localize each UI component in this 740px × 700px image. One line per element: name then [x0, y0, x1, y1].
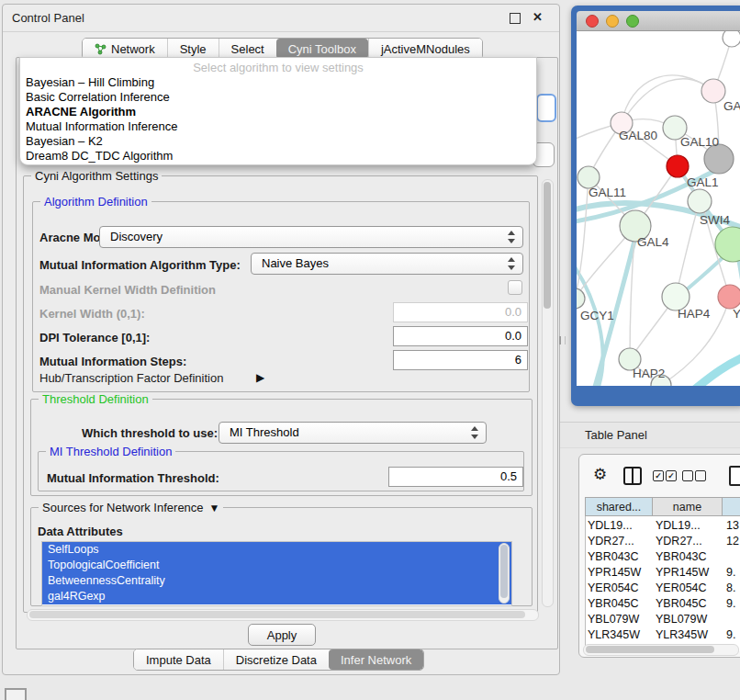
table-cell[interactable]: YBR043C: [656, 550, 707, 563]
mi-steps-field[interactable]: 6: [393, 350, 528, 370]
select-all-check-icon[interactable]: ✓: [653, 470, 664, 481]
list-item[interactable]: BetweennessCentrality: [42, 573, 511, 589]
dropdown-item-selected[interactable]: ARACNE Algorithm: [20, 105, 536, 119]
panel-splitter[interactable]: [559, 336, 566, 344]
scrollbar-thumb[interactable]: [586, 646, 714, 653]
settings-hscrollbar[interactable]: [27, 609, 539, 621]
stepper-icon: [471, 426, 479, 439]
control-panel-titlebar: Control Panel ✕: [3, 5, 559, 32]
node-label: GAL11: [589, 186, 626, 199]
node-salmon[interactable]: [718, 285, 740, 309]
table-cell[interactable]: YBR045C: [588, 597, 639, 610]
close-icon[interactable]: ✕: [533, 10, 543, 24]
float-window-icon[interactable]: [510, 13, 521, 24]
node-label: GAL1: [687, 175, 719, 189]
expanded-arrow-icon[interactable]: ▼: [209, 502, 220, 514]
kernel-width-field[interactable]: 0.0: [393, 302, 528, 322]
deselect-all-icon[interactable]: [682, 470, 693, 481]
node-gal1[interactable]: [688, 189, 712, 213]
node-gcy1[interactable]: [577, 288, 585, 309]
scrollbar-thumb[interactable]: [500, 545, 508, 598]
table-cell[interactable]: YBR045C: [656, 597, 707, 610]
table-cell[interactable]: YPR145W: [588, 566, 641, 579]
mi-threshold-field[interactable]: 0.5: [388, 467, 523, 487]
table-cell[interactable]: 13: [726, 519, 739, 532]
columns-icon[interactable]: [623, 467, 642, 485]
tab-impute-data[interactable]: Impute Data: [134, 649, 223, 670]
tab-discretize-data[interactable]: Discretize Data: [223, 649, 329, 670]
apply-label: Apply: [267, 628, 297, 642]
which-threshold-label: Which threshold to use:: [82, 426, 218, 440]
tab-jactivemnodules[interactable]: jActiveMNodules: [368, 39, 482, 59]
table-cell[interactable]: YLR345W: [656, 628, 708, 641]
network-graph: [577, 31, 740, 386]
aracne-mode-combo[interactable]: Discovery: [99, 226, 523, 248]
table-cell[interactable]: 12: [726, 535, 739, 548]
table-cell[interactable]: 8.: [726, 581, 735, 594]
node[interactable]: [723, 31, 740, 47]
table-cell[interactable]: YBR043C: [588, 550, 639, 563]
node-swi4[interactable]: [715, 227, 740, 262]
network-window-titlebar: [577, 11, 740, 31]
dropdown-item[interactable]: Dream8 DC_TDC Algorithm: [20, 149, 536, 164]
settings-scrollbar[interactable]: [542, 179, 554, 607]
table-cell[interactable]: YLR345W: [588, 628, 640, 641]
list-item[interactable]: SelfLoops: [42, 542, 511, 558]
manual-kernel-checkbox[interactable]: [508, 280, 522, 295]
node[interactable]: [701, 79, 725, 103]
select-all-check-icon[interactable]: ✓: [666, 470, 677, 481]
table-cell[interactable]: 9.: [726, 597, 735, 610]
close-traffic-light-icon[interactable]: [586, 15, 599, 28]
node-selected-red[interactable]: [667, 155, 689, 177]
mi-algorithm-type-label: Mutual Information Algorithm Type:: [39, 258, 241, 272]
deselect-all-icon[interactable]: [695, 470, 706, 481]
tab-infer-network[interactable]: Infer Network: [329, 649, 423, 670]
hub-definition-label[interactable]: Hub/Transcription Factor Definition: [39, 371, 223, 385]
table-cell[interactable]: YBL079W: [588, 613, 639, 626]
file-icon[interactable]: [729, 466, 740, 486]
list-item[interactable]: TopologicalCoefficient: [42, 558, 511, 573]
dropdown-item[interactable]: Bayesian – Hill Climbing: [20, 75, 536, 90]
node-label: GAL4: [637, 235, 669, 249]
table-cell[interactable]: YDL19...: [656, 519, 701, 532]
dpi-tolerance-field[interactable]: 0.0: [393, 326, 528, 346]
mi-algorithm-type-combo[interactable]: Naive Bayes: [251, 253, 523, 275]
which-threshold-combo[interactable]: MI Threshold: [219, 422, 487, 444]
gear-icon[interactable]: ⚙: [593, 467, 607, 482]
table-cell[interactable]: YER054C: [656, 581, 707, 594]
stepper-icon: [508, 257, 516, 270]
tab-network[interactable]: Network: [83, 39, 167, 59]
network-canvas[interactable]: GAL80 GAL10 GAL1 GAL11 GAL4 SWI4 GCY1 HA…: [577, 31, 740, 386]
group-title-row: Sources for Network Inference ▼: [39, 501, 223, 514]
dropdown-item[interactable]: Bayesian – K2: [20, 134, 536, 149]
table-cell[interactable]: YBL079W: [656, 613, 707, 626]
table-hscrollbar[interactable]: [583, 644, 739, 656]
minimized-panel-icon[interactable]: [5, 688, 27, 700]
minimize-traffic-light-icon[interactable]: [606, 15, 619, 28]
tab-select[interactable]: Select: [219, 39, 276, 59]
table-cell[interactable]: 9.: [726, 628, 735, 641]
scrollbar-thumb[interactable]: [29, 611, 525, 618]
table-cell[interactable]: YER054C: [588, 581, 639, 594]
table-panel: ⚙ ✓ ✓ shared... name YDL19... YDL19... 1…: [578, 454, 740, 658]
list-scrollbar[interactable]: [499, 543, 510, 604]
table-cell[interactable]: YDR27...: [656, 535, 702, 548]
table-cell[interactable]: YPR145W: [656, 566, 709, 579]
tab-cyni-toolbox[interactable]: Cyni Toolbox: [276, 39, 368, 59]
node-label: HAP2: [633, 367, 665, 380]
table-cell[interactable]: YDR27...: [588, 535, 634, 548]
scrollbar-thumb[interactable]: [544, 182, 551, 309]
column-header-name[interactable]: name: [653, 497, 723, 516]
column-header-cut[interactable]: [723, 497, 740, 516]
table-cell[interactable]: YDL19...: [588, 519, 633, 532]
zoom-traffic-light-icon[interactable]: [626, 15, 639, 28]
column-header-shared-name[interactable]: shared...: [585, 497, 653, 516]
dropdown-item[interactable]: Basic Correlation Inference: [20, 90, 536, 105]
dropdown-item[interactable]: Mutual Information Inference: [20, 119, 536, 134]
node-label: HAP4: [678, 307, 710, 321]
collapsed-arrow-icon[interactable]: ▶: [256, 371, 264, 384]
apply-button[interactable]: Apply: [248, 624, 316, 646]
list-item[interactable]: gal4RGexp: [42, 589, 511, 604]
table-cell[interactable]: 9.: [726, 566, 735, 579]
tab-style[interactable]: Style: [167, 39, 219, 59]
